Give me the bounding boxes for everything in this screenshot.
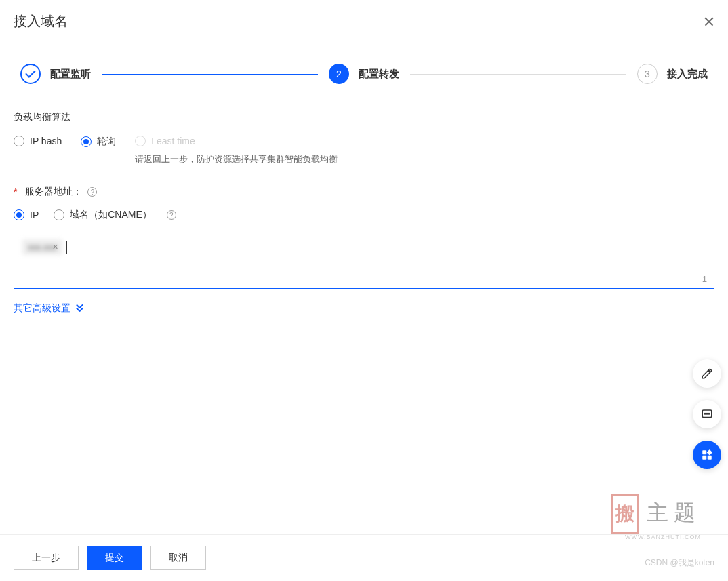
edit-float-button[interactable] — [693, 359, 721, 388]
watermark-text: 主题 — [647, 500, 701, 525]
step-connector — [410, 74, 626, 75]
radio-least-time: Least time — [135, 136, 338, 146]
pencil-icon — [701, 367, 713, 380]
step-pending-icon: 3 — [637, 64, 658, 84]
chat-icon — [701, 408, 713, 420]
step-label: 接入完成 — [667, 68, 708, 81]
chevron-down-icon — [76, 304, 84, 313]
server-type-options: IP 域名（如CNAME） ? — [14, 209, 714, 221]
watermark-logo: 搬 — [611, 494, 639, 534]
radio-round-robin[interactable]: 轮询 — [81, 136, 116, 148]
radio-icon — [14, 136, 24, 146]
svg-rect-4 — [702, 450, 706, 454]
server-address-label-row: * 服务器地址： ? — [14, 186, 714, 198]
radio-hint: 请返回上一步，防护资源选择共享集群智能负载均衡 — [135, 153, 338, 165]
form-content: 负载均衡算法 IP hash 轮询 Least time 请返回上一步，防护资源… — [0, 98, 728, 328]
step-done-icon — [20, 64, 41, 84]
floating-actions — [693, 359, 721, 469]
svg-point-2 — [706, 414, 708, 415]
radio-label: IP hash — [30, 136, 62, 146]
radio-icon — [14, 209, 24, 220]
radio-ip[interactable]: IP — [14, 209, 39, 220]
step-label: 配置转发 — [359, 68, 399, 81]
svg-rect-7 — [708, 456, 712, 460]
cancel-button[interactable]: 取消 — [150, 546, 206, 570]
submit-button[interactable]: 提交 — [87, 546, 142, 570]
server-address-input[interactable]: xxx.xxx × 1 — [14, 231, 714, 289]
step-2: 2 配置转发 — [329, 64, 399, 84]
apps-float-button[interactable] — [693, 441, 721, 469]
step-label: 配置监听 — [50, 68, 91, 81]
step-3: 3 接入完成 — [637, 64, 708, 84]
radio-least-time-col: Least time 请返回上一步，防护资源选择共享集群智能负载均衡 — [135, 136, 338, 165]
radio-label: 域名（如CNAME） — [70, 209, 152, 221]
radio-ip-hash[interactable]: IP hash — [14, 136, 62, 146]
server-address-label: 服务器地址： — [25, 186, 82, 198]
advanced-settings-link[interactable]: 其它高级设置 — [14, 302, 84, 315]
help-icon[interactable]: ? — [87, 187, 97, 197]
radio-label: Least time — [151, 136, 195, 146]
modal-header: 接入域名 — [0, 0, 728, 43]
radio-icon — [135, 136, 146, 146]
close-icon[interactable] — [704, 16, 714, 27]
radio-label: IP — [30, 209, 39, 220]
svg-point-1 — [704, 414, 706, 415]
prev-button[interactable]: 上一步 — [14, 546, 79, 570]
svg-rect-6 — [702, 456, 706, 460]
step-1: 配置监听 — [20, 64, 91, 84]
radio-icon — [54, 209, 64, 220]
chat-float-button[interactable] — [693, 400, 721, 428]
svg-rect-5 — [707, 449, 712, 455]
modal-title: 接入域名 — [14, 12, 68, 31]
svg-point-3 — [708, 414, 710, 415]
help-icon[interactable]: ? — [167, 210, 176, 220]
loadbalance-options: IP hash 轮询 Least time 请返回上一步，防护资源选择共享集群智… — [14, 136, 714, 165]
tag-remove-icon[interactable]: × — [53, 241, 58, 252]
radio-icon — [81, 136, 92, 147]
step-active-icon: 2 — [329, 64, 349, 84]
radio-domain[interactable]: 域名（如CNAME） — [54, 209, 152, 221]
advanced-link-text: 其它高级设置 — [14, 302, 70, 315]
required-marker: * — [14, 186, 17, 197]
step-connector — [102, 74, 318, 75]
apps-icon — [701, 449, 713, 461]
loadbalance-label: 负载均衡算法 — [14, 111, 714, 123]
modal-footer: 上一步 提交 取消 — [0, 534, 728, 581]
check-icon — [25, 67, 36, 78]
watermark: 搬 主题 WWW.BANZHUTI.COM — [611, 494, 701, 540]
radio-label: 轮询 — [97, 136, 116, 148]
address-counter: 1 — [702, 274, 707, 284]
wizard-steps: 配置监听 2 配置转发 3 接入完成 — [0, 43, 728, 98]
text-cursor — [66, 241, 67, 254]
